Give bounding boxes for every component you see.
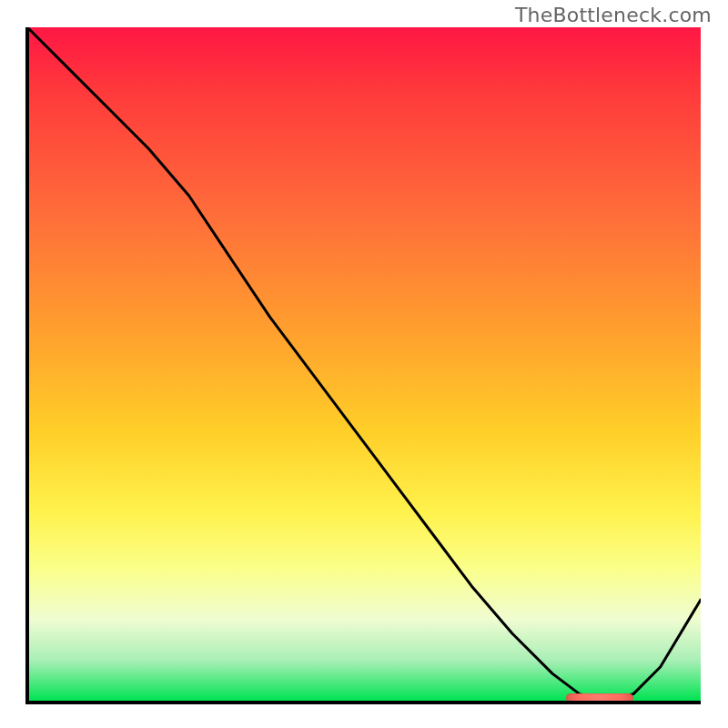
plot-area [27,27,701,701]
watermark-text: TheBottleneck.com [515,4,712,26]
x-axis [27,701,701,704]
y-axis [25,27,29,704]
curve-path [27,27,701,701]
chart-frame: TheBottleneck.com [0,0,728,728]
bottleneck-curve [27,27,701,701]
